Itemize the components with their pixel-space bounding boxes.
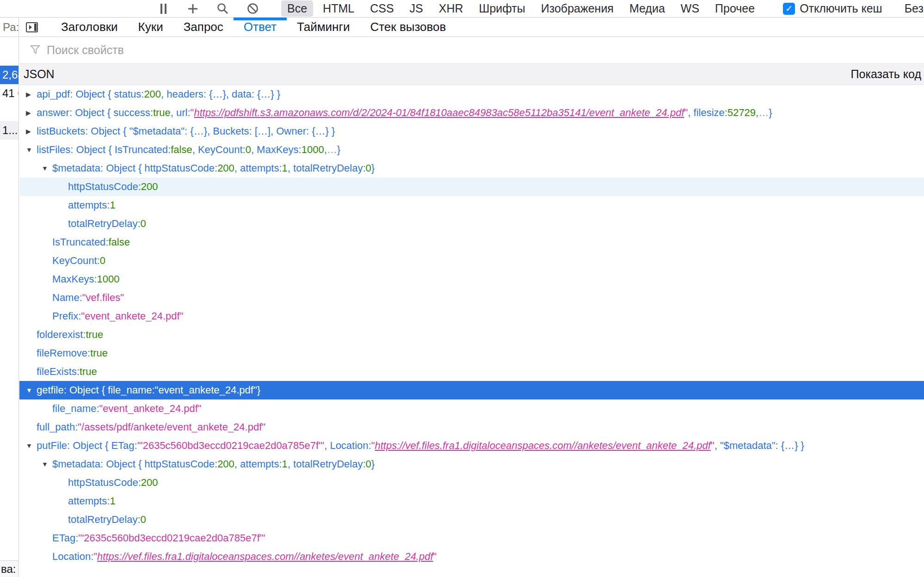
json-text: '"2635c560bd3eccd0219cae2d0a785e7f"' [78, 532, 265, 544]
json-tree-row[interactable]: MaxKeys: 1000 [19, 270, 924, 288]
search-input[interactable] [47, 43, 370, 57]
json-tree-row[interactable]: fileRemove: true [19, 344, 924, 362]
json-text: totalRetryDelay: [68, 514, 141, 526]
json-text: "event_ankete_24.pdf" [81, 310, 183, 322]
json-text: 1000 [302, 144, 324, 156]
json-text: , "$metadata": {…} } [715, 440, 804, 452]
tab-request[interactable]: Запрос [173, 18, 234, 37]
json-text: MaxKeys: [52, 273, 97, 285]
json-text: , KeyCount: [192, 144, 246, 156]
search-icon[interactable] [216, 2, 229, 15]
json-text: } [371, 458, 375, 470]
close-details-pane-icon[interactable] [25, 20, 39, 34]
chevron-right-icon[interactable]: ▶ [26, 128, 37, 135]
json-text: 200 [217, 458, 234, 470]
json-text: 0 [141, 218, 146, 230]
json-tree-row[interactable]: KeyCount: 0 [19, 252, 924, 270]
json-tree-row[interactable]: attempts: 1 [19, 196, 924, 215]
json-tree-row[interactable]: ▼$metadata: Object { httpStatusCode: 200… [19, 455, 924, 473]
json-text: 0 [100, 255, 105, 267]
json-text: true [80, 366, 97, 378]
json-text: https://pdfshift.s3.amazonaws.com/d/2/20… [194, 107, 684, 119]
throttling-select[interactable]: Без ограничения ▲▼ [905, 2, 924, 15]
request-list-column-header[interactable]: Ра: [0, 18, 18, 37]
json-text: file_name: [52, 403, 99, 415]
json-tree-row[interactable]: ▼putFile: Object { ETag: '"2635c560bd3ec… [19, 436, 924, 455]
filter-all[interactable]: Все [281, 0, 313, 17]
request-details-pane: ЗаголовкиКукиЗапросОтветТаймингиСтек выз… [19, 18, 924, 577]
json-text: api_pdf: Object { status: [37, 88, 144, 100]
tab-timings[interactable]: Тайминги [287, 18, 360, 37]
block-requests-icon[interactable] [246, 2, 259, 15]
request-row[interactable]: 41 6 [0, 84, 19, 103]
json-tree-row[interactable]: file_name: "event_ankete_24.pdf" [19, 399, 924, 418]
json-tree-row[interactable]: httpStatusCode: 200 [19, 178, 924, 196]
json-tree-row[interactable]: ▼$metadata: Object { httpStatusCode: 200… [19, 159, 924, 178]
tab-headers[interactable]: Заголовки [51, 18, 128, 37]
json-section-label: JSON [24, 68, 55, 81]
json-text: https://vef.files.fra1.digitaloceanspace… [97, 551, 433, 563]
json-tree-row[interactable]: ETag: '"2635c560bd3eccd0219cae2d0a785e7f… [19, 529, 924, 547]
filter-other[interactable]: Прочее [709, 0, 761, 17]
chevron-right-icon[interactable]: ▶ [26, 109, 37, 117]
json-text: , totalRetryDelay: [288, 458, 366, 470]
json-text: " [93, 551, 97, 563]
json-text: attempts: [68, 495, 110, 507]
tab-cookies[interactable]: Куки [128, 18, 173, 37]
chevron-down-icon[interactable]: ▼ [26, 387, 37, 394]
json-text: folderexist: [37, 329, 86, 341]
json-tree-row[interactable]: Prefix: "event_ankete_24.pdf" [19, 307, 924, 325]
filter-html[interactable]: HTML [317, 0, 360, 17]
json-tree-row[interactable]: attempts: 1 [19, 492, 924, 510]
json-text: " [191, 107, 194, 119]
json-tree-row[interactable]: ▶api_pdf: Object { status: 200, headers:… [19, 85, 924, 104]
chevron-down-icon[interactable]: ▼ [42, 460, 52, 468]
chevron-down-icon[interactable]: ▼ [42, 165, 52, 172]
json-tree-row[interactable]: httpStatusCode: 200 [19, 473, 924, 492]
chevron-down-icon[interactable]: ▼ [26, 442, 37, 449]
json-tree-row[interactable]: Location: "https://vef.files.fra1.digita… [19, 547, 924, 566]
tab-stack-trace[interactable]: Стек вызовов [360, 18, 456, 37]
filter-js[interactable]: JS [404, 0, 429, 17]
filter-css[interactable]: CSS [364, 0, 400, 17]
json-tree-row[interactable]: Name: "vef.files" [19, 288, 924, 307]
json-text: … [327, 144, 337, 156]
filter-media[interactable]: Медиа [623, 0, 671, 17]
json-text: , attempts: [234, 162, 282, 174]
json-text: "vef.files" [82, 292, 124, 304]
show-code-button[interactable]: Показать код [851, 68, 921, 81]
chevron-down-icon[interactable]: ▼ [26, 146, 37, 153]
pause-icon[interactable] [158, 3, 169, 15]
filter-ws[interactable]: WS [675, 0, 705, 17]
json-text: " [711, 440, 715, 452]
json-tree-row[interactable]: full_path: "/assets/pdf/ankete/event_ank… [19, 418, 924, 436]
json-tree-row[interactable]: ▼listFiles: Object { IsTruncated: false,… [19, 141, 924, 159]
filter-xhr[interactable]: XHR [433, 0, 469, 17]
json-tree-row[interactable]: ▶answer: Object { success: true, url: "h… [19, 104, 924, 122]
json-text: putFile: Object { ETag: [37, 440, 137, 452]
request-row[interactable]: 2,68 [0, 66, 19, 84]
json-tree-row[interactable]: folderexist: true [19, 325, 924, 344]
json-tree-row[interactable]: IsTruncated: false [19, 233, 924, 252]
json-text: Name: [52, 292, 82, 304]
json-tree-row[interactable]: ▼getfile: Object { file_name: "event_ank… [19, 381, 924, 399]
filter-images[interactable]: Изображения [535, 0, 620, 17]
chevron-right-icon[interactable]: ▶ [26, 91, 37, 98]
filter-fonts[interactable]: Шрифты [473, 0, 531, 17]
disable-cache-checkbox[interactable]: ✓ [783, 3, 795, 15]
json-tree-row[interactable]: fileExists: true [19, 362, 924, 381]
json-text: 0 [141, 514, 146, 526]
json-text: $metadata: Object { httpStatusCode: [52, 458, 217, 470]
add-icon[interactable] [187, 3, 199, 15]
json-tree-row[interactable]: totalRetryDelay: 0 [19, 510, 924, 529]
request-row[interactable]: 1... [0, 121, 19, 140]
tab-response[interactable]: Ответ [234, 18, 287, 37]
json-text: https://vef.files.fra1.digitaloceanspace… [375, 440, 711, 452]
json-text: false [171, 144, 192, 156]
disable-cache-label[interactable]: Отключить кеш [800, 2, 882, 15]
json-text: , headers: {…}, data: {…} } [161, 88, 280, 100]
json-text: IsTruncated: [52, 236, 108, 248]
json-tree-row[interactable]: ▶listBuckets: Object { "$metadata": {…},… [19, 122, 924, 141]
json-tree-row[interactable]: totalRetryDelay: 0 [19, 215, 924, 233]
json-text: '"2635c560bd3eccd0219cae2d0a785e7f"' [137, 440, 325, 452]
